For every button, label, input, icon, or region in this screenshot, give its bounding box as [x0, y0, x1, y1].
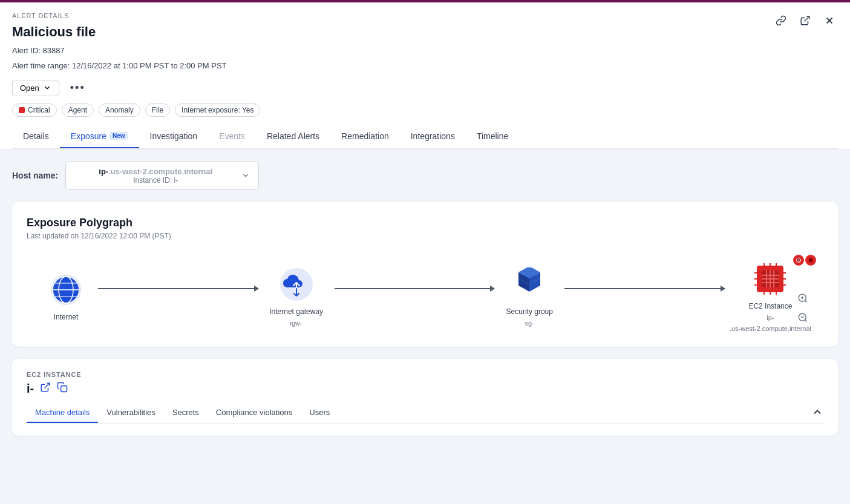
igw-icon: [277, 265, 316, 304]
alert-title: Malicious file: [12, 24, 838, 40]
ec2-icon: [751, 260, 790, 298]
tags-row: Critical Agent Anomaly File Internet exp…: [12, 103, 838, 117]
tag-agent-label: Agent: [68, 106, 87, 114]
ec2-external-link-button[interactable]: [40, 382, 51, 395]
tag-critical: Critical: [12, 103, 57, 117]
polygraph-diagram: Internet: [27, 260, 823, 332]
ec2-copy-button[interactable]: [57, 382, 68, 395]
tab-timeline[interactable]: Timeline: [466, 125, 519, 148]
critical-dot-icon: [19, 107, 25, 113]
host-name-row: Host name: ip-.us-west-2.compute.interna…: [12, 162, 838, 190]
tab-integrations[interactable]: Integrations: [400, 125, 466, 148]
igw-label: Internet gateway: [269, 307, 323, 316]
main-tabs: Details Exposure New Investigation Event…: [12, 125, 838, 149]
arrow-line-2: [335, 288, 495, 289]
svg-line-45: [805, 319, 806, 321]
ec2-sub-ip: ip-: [767, 314, 774, 321]
svg-line-47: [45, 383, 50, 388]
zoom-controls: [794, 290, 811, 326]
ec2-tabs: Machine details Vulnerabilities Secrets …: [27, 403, 823, 424]
arrow-2: [330, 288, 500, 289]
tab-investigation[interactable]: Investigation: [139, 125, 209, 148]
svg-point-19: [809, 258, 813, 262]
tag-anomaly: Anomaly: [99, 103, 140, 117]
ec2-tab-vulnerabilities[interactable]: Vulnerabilities: [98, 403, 163, 423]
svg-line-41: [805, 300, 806, 302]
ec2-section-label: EC2 INSTANCE: [27, 371, 823, 378]
more-options-button[interactable]: •••: [67, 80, 89, 96]
arrow-3: [560, 288, 730, 289]
tag-agent: Agent: [62, 103, 94, 117]
status-dropdown[interactable]: Open: [12, 80, 59, 96]
collapse-button[interactable]: [811, 406, 823, 421]
pg-node-sg: Security group sg-: [499, 265, 560, 327]
arrow-1: [93, 288, 263, 289]
status-label: Open: [20, 83, 39, 93]
host-label: Host name:: [12, 171, 58, 180]
ec2-alert-badges: ⚙: [793, 255, 816, 266]
ec2-tab-compliance[interactable]: Compliance violations: [208, 403, 301, 423]
chevron-down-icon: [43, 83, 51, 92]
host-dropdown-text: ip-.us-west-2.compute.internal Instance …: [74, 167, 237, 185]
close-button[interactable]: [821, 12, 838, 29]
alert-time-range: Alert time range: 12/16/2022 at 1:00 PM …: [12, 60, 838, 73]
tag-internet-exposure: Internet exposure: Yes: [175, 103, 260, 117]
polygraph-updated: Last updated on 12/16/2022 12:00 PM (PST…: [27, 232, 823, 240]
pg-node-igw: Internet gateway igw-: [263, 265, 330, 327]
ec2-section: EC2 INSTANCE i- Ma: [12, 359, 838, 436]
host-instance-id: Instance ID: i-: [74, 176, 237, 185]
tab-details[interactable]: Details: [12, 125, 60, 148]
link-icon-button[interactable]: [773, 12, 790, 29]
tag-file: File: [145, 103, 170, 117]
external-link-button[interactable]: [797, 12, 814, 29]
ec2-tab-machine-details[interactable]: Machine details: [27, 403, 98, 423]
svg-line-0: [805, 16, 809, 21]
ec2-label: EC2 Instance: [748, 302, 792, 310]
internet-icon: [47, 270, 85, 309]
host-name-main: ip-.us-west-2.compute.internal: [74, 167, 237, 176]
dropdown-chevron-icon: [241, 171, 250, 180]
zoom-in-button[interactable]: [794, 290, 811, 307]
polygraph-card: Exposure Polygraph Last updated on 12/16…: [12, 202, 838, 347]
pg-node-internet: Internet: [39, 270, 93, 321]
tag-internet-exposure-label: Internet exposure: Yes: [181, 106, 253, 114]
exposure-new-badge: New: [110, 132, 128, 140]
main-content: Host name: ip-.us-west-2.compute.interna…: [0, 149, 850, 504]
sg-sub: sg-: [525, 319, 534, 327]
internet-label: Internet: [54, 313, 79, 321]
alert-badge-2: [805, 255, 816, 266]
ec2-id-row: i-: [27, 382, 823, 396]
arrow-line-1: [98, 288, 258, 289]
tab-exposure[interactable]: Exposure New: [60, 125, 139, 148]
svg-rect-48: [61, 386, 67, 392]
ec2-tab-secrets[interactable]: Secrets: [164, 403, 208, 423]
arrow-line-3: [564, 288, 725, 289]
polygraph-title: Exposure Polygraph: [27, 217, 823, 229]
tab-related-alerts[interactable]: Related Alerts: [256, 125, 330, 148]
zoom-out-button[interactable]: [794, 309, 811, 326]
tab-events[interactable]: Events: [208, 125, 256, 148]
svg-text:⚙: ⚙: [797, 258, 800, 262]
ec2-instance-id: i-: [27, 382, 34, 396]
ec2-tab-users[interactable]: Users: [301, 403, 338, 423]
alert-id: Alert ID: 83887: [12, 45, 838, 57]
alert-details-label: ALERT DETAILS: [12, 12, 838, 19]
igw-sub: igw-: [290, 319, 302, 327]
tag-file-label: File: [152, 106, 163, 114]
tag-critical-label: Critical: [28, 106, 50, 114]
host-dropdown[interactable]: ip-.us-west-2.compute.internal Instance …: [65, 162, 259, 190]
sg-label: Security group: [506, 307, 553, 316]
sg-icon: [510, 265, 549, 304]
alert-badge-1: ⚙: [793, 255, 804, 266]
tag-anomaly-label: Anomaly: [105, 106, 134, 114]
tab-remediation[interactable]: Remediation: [330, 125, 400, 148]
